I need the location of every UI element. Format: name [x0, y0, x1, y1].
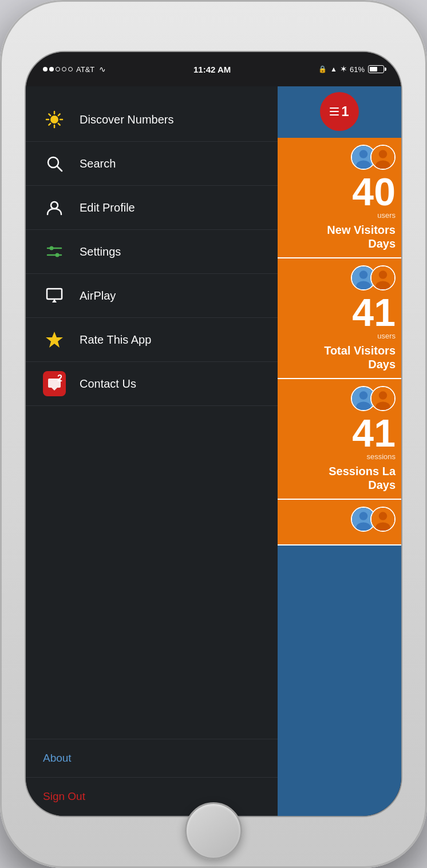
stat-number-3: 41	[283, 413, 396, 452]
notification-badge[interactable]: 1	[320, 92, 359, 131]
signal-dot-4	[62, 67, 66, 71]
stat-number-2: 41	[283, 293, 396, 332]
bluetooth-icon: ✶	[341, 65, 346, 73]
svg-point-42	[379, 512, 388, 520]
battery-icon	[368, 65, 384, 73]
svg-point-21	[359, 150, 368, 158]
menu-items-list: Discover Numbers Search	[26, 86, 278, 739]
avatar-group-4	[351, 507, 396, 532]
svg-point-11	[51, 202, 58, 209]
wifi-icon: ∿	[99, 65, 106, 74]
signal-dot-1	[43, 67, 48, 71]
battery-body	[368, 65, 384, 73]
menu-item-settings[interactable]: Settings	[26, 230, 278, 274]
stat-card-3-header	[283, 386, 396, 411]
signal-dot-5	[68, 67, 73, 71]
menu-about[interactable]: About	[26, 739, 278, 778]
sliders-icon	[43, 240, 66, 263]
svg-point-33	[359, 391, 368, 400]
stat-unit-2: users	[283, 332, 396, 340]
avatar-img-6	[371, 387, 394, 410]
avatar-img-4	[371, 266, 394, 289]
contact-us-label: Contact Us	[80, 377, 136, 391]
stat-unit-1: users	[283, 211, 396, 220]
stat-card-2[interactable]: 41 users Total VisitorsDays	[278, 258, 401, 379]
stat-card-4[interactable]	[278, 500, 401, 546]
signal-dots	[43, 67, 73, 71]
menu-item-discover[interactable]: Discover Numbers	[26, 98, 278, 142]
svg-marker-17	[46, 332, 63, 348]
sun-icon	[43, 108, 66, 131]
svg-point-39	[359, 512, 368, 520]
star-icon	[43, 328, 66, 351]
menu-item-airplay[interactable]: AirPlay	[26, 274, 278, 318]
rate-app-label: Rate This App	[80, 333, 151, 347]
avatar-group-3	[351, 386, 396, 411]
lock-icon: 🔒	[318, 65, 327, 73]
svg-line-10	[57, 166, 62, 171]
svg-point-30	[379, 270, 388, 279]
home-button-area	[0, 794, 427, 868]
contact-badge: 2	[43, 371, 66, 396]
avatar-img-2	[371, 146, 394, 169]
stat-number-1: 40	[283, 172, 396, 211]
screen-content: Discover Numbers Search	[26, 86, 401, 816]
time-label: 11:42 AM	[193, 65, 231, 74]
svg-line-5	[49, 114, 50, 116]
avatar-2	[370, 145, 396, 170]
home-button[interactable]	[185, 802, 242, 859]
svg-line-7	[58, 114, 60, 116]
svg-rect-16	[47, 289, 62, 299]
discover-label: Discover Numbers	[80, 113, 173, 126]
search-label: Search	[80, 157, 116, 170]
status-right: 🔒 ▲ ✶ 61%	[318, 65, 384, 74]
avatar-group-1	[351, 145, 396, 170]
notif-badge-inner: 1	[330, 103, 349, 120]
phone-frame: AT&T ∿ 11:42 AM 🔒 ▲ ✶ 61%	[0, 0, 427, 868]
right-panel: 1	[278, 86, 401, 816]
person-icon	[43, 196, 66, 219]
carrier-label: AT&T	[76, 65, 94, 74]
svg-line-6	[58, 124, 60, 125]
status-left: AT&T ∿	[43, 65, 106, 74]
stat-card-2-header	[283, 265, 396, 290]
svg-point-0	[50, 116, 58, 124]
search-icon	[43, 152, 66, 175]
stat-desc-1: New VisitorsDays	[283, 223, 396, 250]
stat-desc-2: Total VisitorsDays	[283, 344, 396, 371]
stat-card-1-header	[283, 145, 396, 170]
avatar-6	[370, 386, 396, 411]
settings-label: Settings	[80, 245, 121, 258]
avatar-8	[370, 507, 396, 532]
hamburger-icon	[330, 107, 339, 116]
hline-3	[330, 114, 339, 116]
menu-item-rate-app[interactable]: Rate This App	[26, 318, 278, 362]
stat-card-1[interactable]: 40 users New VisitorsDays	[278, 138, 401, 258]
svg-point-13	[50, 246, 54, 250]
avatar-img-8	[371, 508, 394, 531]
notif-count: 1	[341, 103, 349, 120]
airplay-icon	[43, 284, 66, 307]
signal-dot-2	[49, 67, 54, 71]
svg-line-8	[49, 124, 50, 125]
menu-item-contact-us[interactable]: 2 Contact Us	[26, 362, 278, 406]
signal-dot-3	[56, 67, 60, 71]
stats-area: 40 users New VisitorsDays	[278, 138, 401, 816]
battery-fill	[370, 67, 377, 71]
svg-point-27	[359, 270, 368, 279]
contact-badge-number: 2	[57, 373, 62, 384]
menu-item-search[interactable]: Search	[26, 142, 278, 186]
location-icon: ▲	[330, 65, 337, 73]
svg-point-15	[56, 253, 60, 257]
hline-2	[330, 111, 339, 112]
svg-marker-19	[52, 388, 57, 391]
contact-badge-icon: 2	[43, 372, 66, 395]
stat-card-4-header	[283, 507, 396, 532]
edit-profile-label: Edit Profile	[80, 201, 135, 214]
hline-1	[330, 107, 339, 109]
stat-card-3[interactable]: 41 sessions Sessions LaDays	[278, 379, 401, 500]
avatar-group-2	[351, 265, 396, 290]
status-bar: AT&T ∿ 11:42 AM 🔒 ▲ ✶ 61%	[26, 52, 401, 86]
stat-unit-3: sessions	[283, 452, 396, 461]
menu-item-edit-profile[interactable]: Edit Profile	[26, 186, 278, 230]
